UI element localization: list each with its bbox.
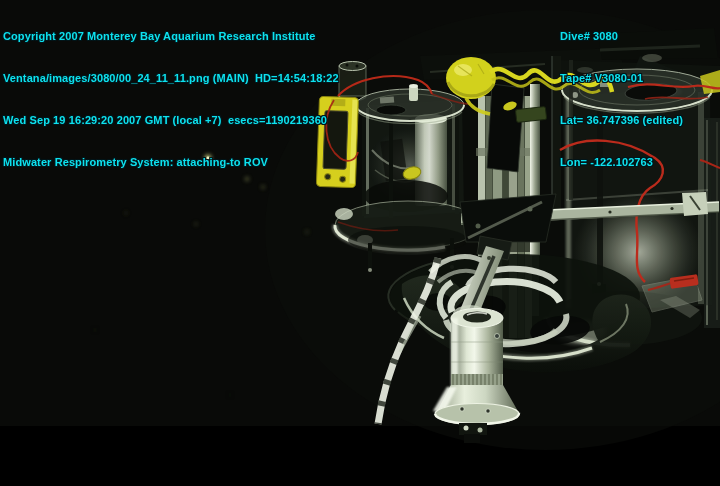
longitude-value: Lon= -122.102763 [560, 155, 683, 169]
activity-line: Midwater Respirometry System: attaching-… [3, 155, 339, 169]
chamber-lid-port [376, 105, 406, 115]
copyright-line: Copyright 2007 Monterey Bay Aquarium Res… [3, 29, 339, 43]
dark-angle-bracket [460, 194, 556, 242]
timestamp-line: Wed Sep 19 16:29:20 2007 GMT (local +7) … [3, 113, 339, 127]
latitude-value: Lat= 36.747396 (edited) [560, 113, 683, 127]
green-connector [515, 106, 546, 122]
video-frame: Copyright 2007 Monterey Bay Aquarium Res… [0, 0, 720, 486]
tape-number: Tape# V3080-01 [560, 71, 683, 85]
overlay-top-right: Dive# 3080 Tape# V3080-01 Lat= 36.747396… [560, 1, 683, 197]
dive-number: Dive# 3080 [560, 29, 683, 43]
overlay-top-left: Copyright 2007 Monterey Bay Aquarium Res… [3, 1, 339, 197]
image-path-line: Ventana/images/3080/00_24_11_11.png (MAI… [3, 71, 339, 85]
overlay-bottom-status: Depth= 317.32 m Temp= 7.588 C Sal= 34.21… [3, 466, 437, 486]
